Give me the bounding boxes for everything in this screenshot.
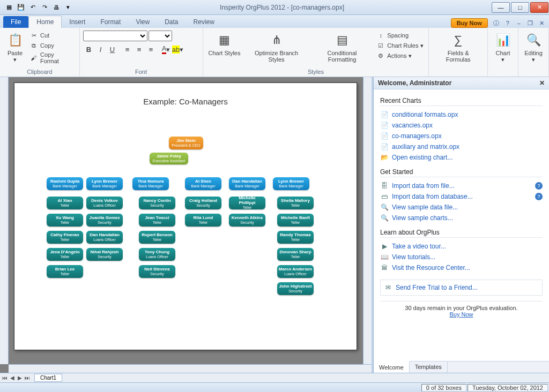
org-node[interactable]: Michelle PhillippiTeller: [229, 197, 265, 209]
org-node[interactable]: Denis VolkovLoans Officer: [86, 197, 123, 209]
save-icon[interactable]: 💾: [16, 3, 26, 12]
org-node[interactable]: Donovan SharpTeller: [277, 248, 314, 261]
org-node[interactable]: Brian LeeTeller: [47, 265, 83, 278]
org-node[interactable]: Rita LundTeller: [185, 214, 221, 227]
org-node[interactable]: Nihal RahjeshSecurity: [86, 248, 123, 261]
tab-data[interactable]: Data: [157, 16, 186, 28]
help-badge-icon[interactable]: ?: [535, 182, 543, 190]
highlight-button[interactable]: ab▾: [172, 43, 184, 55]
underline-button[interactable]: U: [107, 43, 118, 55]
font-size-select[interactable]: [149, 31, 172, 41]
panel-tab-welcome[interactable]: Welcome: [374, 361, 410, 373]
recent-chart-link[interactable]: 📄conditional formats.opx: [380, 109, 543, 120]
org-node[interactable]: John HighstreetSecurity: [277, 282, 314, 295]
close-doc-icon[interactable]: ✕: [537, 19, 546, 27]
org-node[interactable]: Lynn BrewerBank Manager: [86, 177, 123, 190]
align-left-button[interactable]: ≡: [122, 43, 133, 55]
horizontal-scrollbar[interactable]: [9, 364, 372, 373]
sheet-prev-icon[interactable]: ◀: [9, 375, 16, 381]
send-trial-link[interactable]: ✉Send Free Trial to a Friend...: [380, 280, 543, 296]
copy-button[interactable]: ⧉Copy: [28, 41, 76, 50]
panel-tab-templates[interactable]: Templates: [410, 361, 448, 373]
org-node[interactable]: Jena D'AngeloTeller: [47, 248, 83, 261]
org-node[interactable]: Cathy FineranTeller: [47, 231, 83, 244]
org-node[interactable]: Nancy ConlinSecurity: [139, 197, 175, 209]
actions-button[interactable]: ⚙Actions▾: [375, 51, 425, 61]
recent-chart-link[interactable]: 📄co-managers.opx: [380, 131, 543, 141]
org-node[interactable]: Dan HandalianLoans Officer: [86, 231, 123, 244]
cut-button[interactable]: ✂Cut: [28, 31, 76, 40]
org-node[interactable]: Kenneth AtkinsSecurity: [229, 214, 265, 227]
app-icon[interactable]: ▦: [4, 3, 14, 12]
copy-format-button[interactable]: 🖌Copy Format: [28, 51, 76, 65]
org-node[interactable]: Craig HollandSecurity: [185, 197, 221, 209]
learn-link[interactable]: ▶Take a video tour...: [380, 241, 543, 252]
org-node[interactable]: Jaime FoleyExecutive Assistant: [150, 153, 188, 164]
org-node[interactable]: Randy ThomasTeller: [277, 231, 314, 244]
learn-link[interactable]: 🏛Visit the Resource Center...: [380, 262, 543, 273]
org-node[interactable]: Neil StevensSecurity: [139, 265, 175, 278]
get-started-link[interactable]: 🗃Import data from database...?: [380, 191, 543, 202]
align-right-button[interactable]: ≡: [145, 43, 157, 55]
minimize-ribbon-icon[interactable]: –: [515, 19, 523, 27]
italic-button[interactable]: I: [95, 43, 107, 55]
tab-insert[interactable]: Insert: [62, 16, 93, 28]
font-family-select[interactable]: [83, 31, 147, 41]
vertical-scrollbar[interactable]: [363, 77, 372, 364]
fields-formulas-button[interactable]: ∑Fields & Formulas: [432, 31, 484, 64]
chart-styles-button[interactable]: ▦Chart Styles: [206, 31, 243, 57]
org-node[interactable]: Juanita GomezSecurity: [86, 214, 123, 227]
chart-rules-button[interactable]: ☑Chart Rules▾: [375, 41, 425, 50]
tab-view[interactable]: View: [128, 16, 157, 28]
tab-review[interactable]: Review: [186, 16, 222, 28]
help-badge-icon[interactable]: ?: [535, 193, 543, 200]
conditional-format-button[interactable]: ▤Conditional Formatting: [310, 31, 374, 64]
restore-window-icon[interactable]: ❐: [526, 19, 535, 27]
org-node[interactable]: Lynn BrewerBank Manager: [273, 177, 309, 190]
paste-button[interactable]: 📋Paste▾: [3, 31, 27, 64]
org-node[interactable]: Michelle BanfiTeller: [277, 214, 314, 227]
org-node[interactable]: Al ShenBank Manager: [185, 177, 221, 190]
help-icon[interactable]: ?: [503, 19, 512, 27]
recent-chart-link[interactable]: 📄auxiliary and matrix.opx: [380, 141, 543, 152]
undo-icon[interactable]: ↶: [28, 3, 38, 12]
minimize-button[interactable]: —: [492, 2, 510, 13]
get-started-link[interactable]: 🔍View sample data file...: [380, 202, 543, 213]
org-node[interactable]: Xu WangTeller: [47, 214, 83, 227]
sheet-first-icon[interactable]: ⏮: [1, 375, 9, 381]
recent-chart-link[interactable]: 📄vacancies.opx: [380, 120, 543, 131]
sheet-tab[interactable]: Chart1: [34, 374, 62, 382]
learn-link[interactable]: 📖View tutorials...: [380, 252, 543, 262]
eval-buy-link[interactable]: Buy Now: [449, 311, 473, 318]
chart-button[interactable]: 📊Chart▾: [491, 31, 515, 64]
file-tab[interactable]: File: [3, 16, 28, 28]
org-node[interactable]: Al XianTeller: [47, 197, 83, 209]
panel-close-icon[interactable]: ✕: [539, 79, 545, 87]
print-icon[interactable]: 🖶: [51, 3, 61, 12]
sheet-last-icon[interactable]: ⏭: [24, 375, 31, 381]
open-existing-link[interactable]: 📂Open existing chart...: [380, 152, 543, 163]
optimize-branch-button[interactable]: ⋔Optimize Branch Styles: [243, 31, 309, 64]
org-node[interactable]: Tina NomuraBank Manager: [132, 177, 169, 190]
canvas-scroll[interactable]: Example: Co-Managers Jim SteinPresident …: [9, 77, 363, 364]
org-node[interactable]: Dan HandalianBank Manager: [229, 177, 265, 190]
org-node[interactable]: Rashmi GuptaBank Manager: [47, 177, 83, 190]
bold-button[interactable]: B: [83, 43, 95, 55]
sheet-next-icon[interactable]: ▶: [16, 375, 24, 381]
tab-format[interactable]: Format: [93, 16, 128, 28]
align-center-button[interactable]: ≡: [133, 43, 145, 55]
org-node[interactable]: Jim SteinPresident & CEO: [169, 137, 203, 149]
close-button[interactable]: ✕: [530, 2, 548, 13]
redo-icon[interactable]: ↷: [40, 3, 49, 12]
org-node[interactable]: Jean ToscciTeller: [139, 214, 175, 227]
tab-home[interactable]: Home: [28, 16, 62, 28]
font-color-button[interactable]: A▾: [160, 43, 172, 55]
editing-button[interactable]: 🔍Editing▾: [522, 31, 545, 64]
get-started-link[interactable]: 🔍View sample charts...: [380, 213, 543, 223]
buy-now-button[interactable]: Buy Now: [451, 18, 488, 28]
get-started-link[interactable]: 🗄Import data from file...?: [380, 180, 543, 191]
page[interactable]: Example: Co-Managers Jim SteinPresident …: [14, 82, 357, 350]
qat-more-icon[interactable]: ▾: [63, 3, 73, 12]
info-icon[interactable]: ⓘ: [492, 19, 501, 27]
org-node[interactable]: Rupert BensonTeller: [139, 231, 175, 244]
